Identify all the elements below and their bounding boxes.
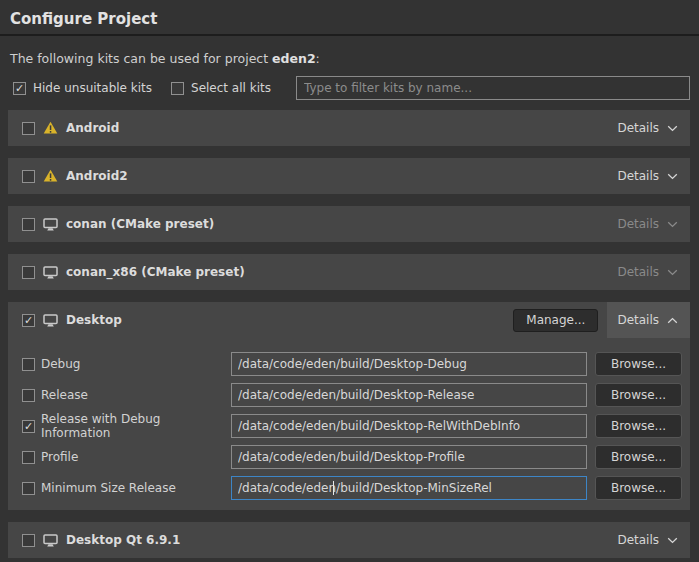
kit-row: Desktop Manage... Details Debug Browse..… xyxy=(8,302,690,510)
build-dir-input[interactable] xyxy=(231,476,587,500)
page-title: Configure Project xyxy=(10,10,689,28)
build-dir-field xyxy=(231,383,587,407)
kit-row: conan_x86 (CMake preset) Details xyxy=(8,254,690,290)
config-checkbox[interactable] xyxy=(22,420,35,433)
kit-header: Desktop Manage... Details xyxy=(8,302,690,338)
kit-row: conan (CMake preset) Details xyxy=(8,206,690,242)
warning-icon xyxy=(43,121,58,135)
config-label: Minimum Size Release xyxy=(41,481,231,495)
config-checkbox[interactable] xyxy=(22,389,35,402)
details-label: Details xyxy=(617,533,659,547)
desktop-icon xyxy=(43,314,58,327)
kit-header: conan_x86 (CMake preset) Details xyxy=(8,254,690,290)
details-label: Details xyxy=(617,121,659,135)
build-dir-input[interactable] xyxy=(231,414,587,438)
details-label: Details xyxy=(617,265,659,279)
configure-project-page: Configure Project The following kits can… xyxy=(0,0,699,562)
kit-name: Android2 xyxy=(66,169,128,183)
chevron-down-icon xyxy=(667,173,678,180)
build-dir-input[interactable] xyxy=(231,383,587,407)
chevron-down-icon xyxy=(667,537,678,544)
config-label: Release xyxy=(41,388,231,402)
kit-checkbox[interactable] xyxy=(22,170,35,183)
kit-checkbox[interactable] xyxy=(22,534,35,547)
select-all-label: Select all kits xyxy=(191,81,271,95)
intro-text: The following kits can be used for proje… xyxy=(10,51,689,66)
kit-details-button[interactable]: Details xyxy=(607,302,690,338)
browse-button[interactable]: Browse... xyxy=(595,414,682,438)
page-header: Configure Project xyxy=(0,0,699,36)
config-checkbox[interactable] xyxy=(22,358,35,371)
kit-header: Android Details xyxy=(8,110,690,146)
kit-row: Desktop Qt 6.9.1 Details xyxy=(8,522,690,558)
warning-icon xyxy=(43,169,58,183)
kit-checkbox[interactable] xyxy=(22,122,35,135)
config-label: Debug xyxy=(41,357,231,371)
kit-header: Android2 Details xyxy=(8,158,690,194)
intro-suffix: : xyxy=(316,51,320,66)
kit-list: Android Details xyxy=(8,110,690,558)
desktop-icon xyxy=(43,218,58,231)
text-caret xyxy=(333,481,334,495)
kit-details-button[interactable]: Details xyxy=(607,206,690,242)
kit-details-button[interactable]: Details xyxy=(607,254,690,290)
config-label: Profile xyxy=(41,450,231,464)
desktop-icon xyxy=(43,534,58,547)
config-row: Debug Browse... xyxy=(22,352,682,376)
kit-name: Android xyxy=(66,121,119,135)
config-row: Minimum Size Release Browse... xyxy=(22,476,682,500)
details-label: Details xyxy=(617,313,659,327)
kit-details-button[interactable]: Details xyxy=(607,522,690,558)
build-dir-field xyxy=(231,352,587,376)
kit-filter-input[interactable] xyxy=(296,76,690,100)
project-name: eden2 xyxy=(272,51,316,66)
details-label: Details xyxy=(617,217,659,231)
kit-details-button[interactable]: Details xyxy=(607,110,690,146)
chevron-down-icon xyxy=(667,269,678,276)
desktop-icon xyxy=(43,266,58,279)
build-dir-field xyxy=(231,414,587,438)
details-label: Details xyxy=(617,169,659,183)
build-dir-field xyxy=(231,476,587,500)
hide-unsuitable-label: Hide unsuitable kits xyxy=(33,81,152,95)
hide-unsuitable-checkbox[interactable] xyxy=(13,82,26,95)
config-row: Profile Browse... xyxy=(22,445,682,469)
manage-button[interactable]: Manage... xyxy=(513,309,598,332)
kit-details-button[interactable]: Details xyxy=(607,158,690,194)
kit-name: Desktop Qt 6.9.1 xyxy=(66,533,180,547)
browse-button[interactable]: Browse... xyxy=(595,352,682,376)
kit-checkbox[interactable] xyxy=(22,314,35,327)
browse-button[interactable]: Browse... xyxy=(595,383,682,407)
kit-checkbox[interactable] xyxy=(22,218,35,231)
intro-prefix: The following kits can be used for proje… xyxy=(10,51,272,66)
kit-header: conan (CMake preset) Details xyxy=(8,206,690,242)
build-dir-input[interactable] xyxy=(231,445,587,469)
kit-configs: Debug Browse... Release Browse... Releas… xyxy=(8,338,690,510)
browse-button[interactable]: Browse... xyxy=(595,445,682,469)
select-all-checkbox[interactable] xyxy=(171,82,184,95)
config-row: Release with Debug Information Browse... xyxy=(22,414,682,438)
browse-button[interactable]: Browse... xyxy=(595,476,682,500)
chevron-down-icon xyxy=(667,221,678,228)
kit-filter-toolbar: Hide unsuitable kits Select all kits xyxy=(13,76,690,100)
kit-name: Desktop xyxy=(66,313,122,327)
kit-checkbox[interactable] xyxy=(22,266,35,279)
config-row: Release Browse... xyxy=(22,383,682,407)
kit-header: Desktop Qt 6.9.1 Details xyxy=(8,522,690,558)
chevron-down-icon xyxy=(667,125,678,132)
kit-name: conan_x86 (CMake preset) xyxy=(66,265,245,279)
kit-row: Android2 Details xyxy=(8,158,690,194)
config-checkbox[interactable] xyxy=(22,482,35,495)
config-checkbox[interactable] xyxy=(22,451,35,464)
config-label: Release with Debug Information xyxy=(41,412,231,440)
chevron-down-icon xyxy=(667,317,678,324)
build-dir-input[interactable] xyxy=(231,352,587,376)
kit-row: Android Details xyxy=(8,110,690,146)
kit-name: conan (CMake preset) xyxy=(66,217,214,231)
build-dir-field xyxy=(231,445,587,469)
